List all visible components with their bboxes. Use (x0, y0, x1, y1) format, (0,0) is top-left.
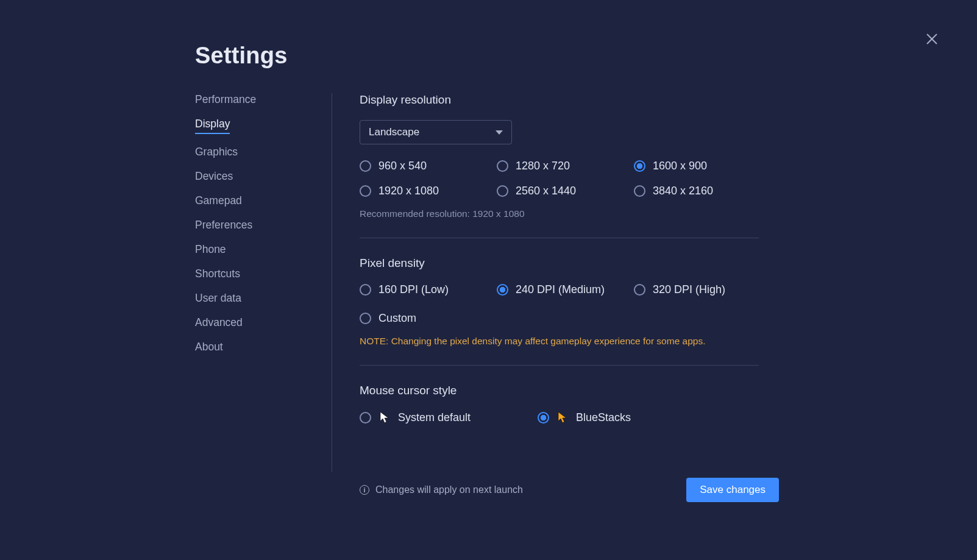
orientation-select[interactable]: Landscape (360, 120, 512, 144)
content-panel: Display resolution Landscape 960 x 54012… (332, 93, 783, 472)
radio-label: 960 x 540 (378, 160, 427, 172)
radio-label: 320 DPI (High) (653, 283, 725, 296)
info-icon: i (360, 485, 369, 495)
radio-label: Custom (378, 312, 416, 325)
radio-indicator (360, 284, 371, 296)
radio-label: 1920 x 1080 (378, 185, 439, 197)
radio-indicator (497, 185, 508, 197)
sidebar-item-display[interactable]: Display (195, 118, 230, 134)
radio-option[interactable]: 320 DPI (High) (634, 283, 759, 296)
page-title: Settings (195, 43, 977, 69)
radio-indicator (538, 412, 549, 424)
sidebar-item-devices[interactable]: Devices (195, 170, 233, 183)
section-title-cursor: Mouse cursor style (360, 384, 759, 397)
radio-option[interactable]: 3840 x 2160 (634, 185, 759, 197)
sidebar-item-shortcuts[interactable]: Shortcuts (195, 268, 240, 280)
settings-modal: Settings PerformanceDisplayGraphicsDevic… (0, 0, 977, 560)
radio-option[interactable]: 2560 x 1440 (497, 185, 622, 197)
radio-label: 1280 x 720 (516, 160, 570, 172)
chevron-down-icon (496, 130, 503, 135)
sidebar-item-about[interactable]: About (195, 341, 223, 353)
radio-option[interactable]: 1600 x 900 (634, 160, 759, 172)
recommended-resolution-hint: Recommended resolution: 1920 x 1080 (360, 208, 759, 219)
radio-indicator (360, 185, 371, 197)
footer: i Changes will apply on next launch Save… (360, 478, 779, 502)
radio-option[interactable]: BlueStacks (538, 411, 631, 424)
radio-option[interactable]: Custom (360, 312, 485, 325)
sidebar: PerformanceDisplayGraphicsDevicesGamepad… (195, 93, 332, 472)
section-title-density: Pixel density (360, 257, 759, 270)
save-button[interactable]: Save changes (686, 478, 779, 502)
sidebar-item-preferences[interactable]: Preferences (195, 219, 252, 232)
sidebar-item-user-data[interactable]: User data (195, 292, 241, 305)
radio-label: BlueStacks (576, 411, 631, 424)
section-resolution: Display resolution Landscape 960 x 54012… (360, 93, 759, 238)
section-title-resolution: Display resolution (360, 93, 759, 107)
radio-option[interactable]: 1280 x 720 (497, 160, 622, 172)
radio-label: 240 DPI (Medium) (516, 283, 605, 296)
radio-indicator (497, 284, 508, 296)
radio-option[interactable]: 240 DPI (Medium) (497, 283, 622, 296)
radio-indicator (360, 160, 371, 172)
radio-label: 1600 x 900 (653, 160, 707, 172)
close-button[interactable] (923, 30, 940, 48)
radio-indicator (634, 160, 645, 172)
radio-label: 160 DPI (Low) (378, 283, 449, 296)
sidebar-item-gamepad[interactable]: Gamepad (195, 194, 242, 207)
radio-option[interactable]: 160 DPI (Low) (360, 283, 485, 296)
sidebar-item-performance[interactable]: Performance (195, 93, 256, 106)
radio-indicator (360, 313, 371, 324)
radio-indicator (360, 412, 371, 424)
radio-label: 2560 x 1440 (516, 185, 576, 197)
radio-label: System default (398, 411, 471, 424)
sidebar-item-advanced[interactable]: Advanced (195, 316, 243, 329)
section-density: Pixel density 160 DPI (Low)240 DPI (Medi… (360, 257, 759, 366)
cursor-white-icon (378, 411, 391, 424)
close-icon (925, 32, 939, 46)
radio-option[interactable]: System default (360, 411, 471, 424)
radio-label: 3840 x 2160 (653, 185, 713, 197)
sidebar-item-graphics[interactable]: Graphics (195, 146, 238, 158)
radio-option[interactable]: 1920 x 1080 (360, 185, 485, 197)
radio-indicator (634, 185, 645, 197)
sidebar-item-phone[interactable]: Phone (195, 243, 226, 256)
radio-indicator (497, 160, 508, 172)
cursor-orange-icon (556, 411, 569, 424)
radio-indicator (634, 284, 645, 296)
section-cursor: Mouse cursor style System defaultBlueSta… (360, 384, 759, 453)
radio-option[interactable]: 960 x 540 (360, 160, 485, 172)
density-note: NOTE: Changing the pixel density may aff… (360, 336, 759, 347)
orientation-selected-value: Landscape (369, 126, 419, 138)
footer-notice: Changes will apply on next launch (375, 484, 523, 495)
